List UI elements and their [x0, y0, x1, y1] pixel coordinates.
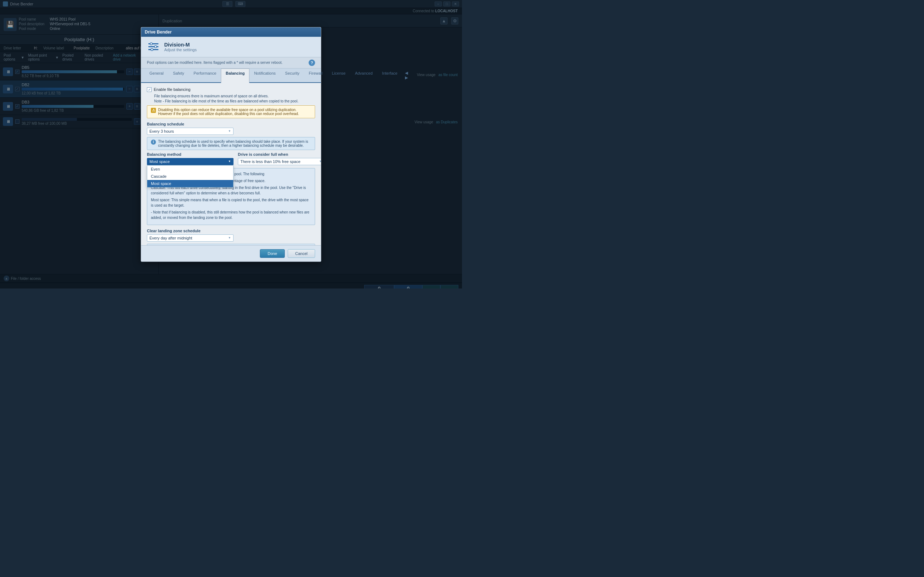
drive-full-label: Drive is consider full when: [238, 152, 321, 156]
method-desc-most-space: Most space: This simple means that when …: [151, 197, 311, 208]
dialog-footer: Done Cancel: [141, 245, 321, 261]
dialog-titlebar: Drive Bender: [141, 27, 321, 37]
method-dropdown-menu: Even Cascade Most space: [147, 165, 234, 187]
schedule-select-row: Every 3 hours ▼: [147, 128, 315, 135]
svg-rect-11: [149, 43, 158, 44]
two-cols: Balancing method Most space ▼ Even Casca…: [147, 152, 315, 165]
method-value: Most space: [149, 160, 170, 164]
svg-rect-13: [149, 49, 158, 50]
warning-box: ⚠ Disabling this option can reduce the a…: [147, 105, 315, 118]
tab-more[interactable]: ◀ ▶: [402, 69, 411, 82]
info-icon-1: i: [151, 140, 156, 145]
svg-point-16: [151, 48, 153, 50]
dropdown-item-even[interactable]: Even: [147, 166, 233, 173]
cancel-button[interactable]: Cancel: [288, 249, 315, 258]
dialog-app-name: Division-M: [164, 42, 197, 48]
pool-notice-text: Pool options can be modified here. Items…: [147, 61, 283, 64]
tab-security[interactable]: Security: [281, 69, 304, 83]
tab-advanced[interactable]: Advanced: [350, 69, 377, 83]
warning-text: Disabling this option can reduce the ava…: [158, 108, 311, 116]
dialog: Drive Bender Division-M Adjust the setti…: [141, 27, 321, 262]
pool-notice: Pool options can be modified here. Items…: [141, 57, 321, 69]
schedule-arrow: ▼: [228, 129, 231, 133]
done-button[interactable]: Done: [260, 249, 284, 258]
drive-full-select[interactable]: There is less than 10% free space ▼: [238, 158, 321, 165]
dropdown-item-cascade[interactable]: Cascade: [147, 173, 233, 180]
help-button[interactable]: ?: [309, 60, 315, 66]
dialog-header-text: Division-M Adjust the settings: [164, 42, 197, 52]
settings-icon: [147, 40, 160, 53]
enable-balancing-checkbox[interactable]: [147, 87, 152, 92]
tab-interface[interactable]: Interface: [377, 69, 402, 83]
dialog-body: Enable file balancing File balancing ens…: [141, 83, 321, 245]
enable-balancing-label: Enable file balancing: [154, 87, 191, 92]
schedule-section-label: Balancing schedule: [147, 122, 315, 126]
drive-full-value: There is less than 10% free space: [241, 160, 300, 164]
landing-zone-section-label: Clear landing zone schedule: [147, 229, 315, 233]
warning-icon: ⚠: [151, 108, 156, 113]
dialog-header: Division-M Adjust the settings: [141, 37, 321, 57]
tab-safety[interactable]: Safety: [168, 69, 189, 83]
dialog-subtitle: Adjust the settings: [164, 48, 197, 52]
drive-full-arrow: ▼: [319, 160, 321, 163]
landing-zone-select-row: Every day after midnight ▼: [147, 234, 315, 242]
dialog-tabs: General Safety Performance Balancing Not…: [141, 69, 321, 83]
landing-zone-arrow: ▼: [228, 236, 231, 239]
tab-notifications[interactable]: Notifications: [249, 69, 281, 83]
landing-zone-value: Every day after midnight: [149, 236, 192, 240]
drive-full-col: Drive is consider full when There is les…: [238, 152, 321, 165]
enable-balancing-row: Enable file balancing: [147, 87, 315, 92]
balancing-desc1: File balancing ensures there is maximum …: [154, 94, 315, 98]
method-arrow: ▼: [228, 160, 231, 163]
method-col: Balancing method Most space ▼ Even Casca…: [147, 152, 234, 165]
balancing-desc2: Note - File balancing is idle most of th…: [154, 99, 315, 103]
tab-firewall[interactable]: Firewall: [304, 69, 327, 83]
tab-balancing[interactable]: Balancing: [221, 69, 249, 83]
tab-general[interactable]: General: [145, 69, 168, 83]
method-desc-note: - Note that if balancing is disabled, th…: [151, 210, 311, 220]
schedule-info-box: i The balancing schedule is used to spec…: [147, 137, 315, 150]
landing-zone-select[interactable]: Every day after midnight ▼: [147, 234, 234, 242]
svg-rect-12: [149, 46, 158, 47]
schedule-info-text: The balancing schedule is used to specif…: [158, 140, 311, 148]
method-select[interactable]: Most space ▼: [147, 158, 234, 165]
schedule-select[interactable]: Every 3 hours ▼: [147, 128, 234, 135]
method-label: Balancing method: [147, 152, 234, 156]
schedule-value: Every 3 hours: [149, 129, 174, 134]
tab-performance[interactable]: Performance: [189, 69, 221, 83]
tab-license[interactable]: License: [327, 69, 350, 83]
dropdown-item-most-space[interactable]: Most space: [147, 180, 233, 187]
svg-point-14: [150, 43, 152, 45]
dialog-window-title: Drive Bender: [145, 29, 172, 35]
method-dropdown-container: Most space ▼ Even Cascade Most space: [147, 158, 234, 165]
dialog-overlay: Drive Bender Division-M Adjust the setti…: [0, 0, 462, 288]
svg-point-15: [155, 45, 157, 48]
